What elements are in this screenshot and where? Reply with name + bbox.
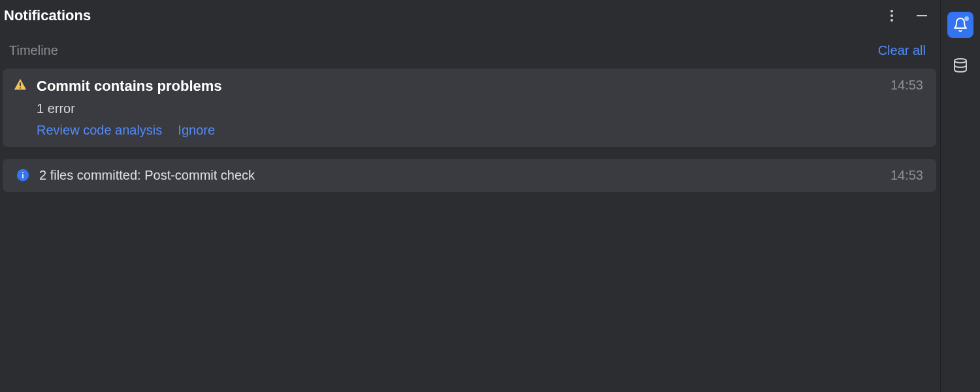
database-tool-button[interactable] bbox=[947, 52, 973, 78]
notification-time: 14:53 bbox=[890, 168, 923, 183]
notification-subtitle: 1 error bbox=[37, 101, 923, 116]
panel-title: Notifications bbox=[4, 7, 91, 24]
review-code-analysis-link[interactable]: Review code analysis bbox=[37, 123, 162, 138]
svg-point-2 bbox=[890, 19, 893, 22]
minimize-icon bbox=[916, 10, 928, 22]
kebab-icon bbox=[890, 10, 893, 22]
panel-header: Notifications bbox=[0, 0, 940, 30]
notifications-panel: Notifications Timeline Clear all bbox=[0, 0, 941, 392]
right-tool-rail bbox=[941, 0, 980, 392]
svg-rect-7 bbox=[22, 174, 24, 178]
more-options-button[interactable] bbox=[883, 7, 901, 25]
svg-rect-5 bbox=[20, 88, 21, 89]
svg-point-1 bbox=[890, 14, 893, 17]
panel-actions bbox=[883, 7, 931, 25]
database-icon bbox=[953, 57, 968, 73]
svg-point-0 bbox=[890, 10, 893, 12]
card-header-row: 2 files committed: Post-commit check 14:… bbox=[16, 168, 923, 183]
info-icon bbox=[16, 168, 30, 182]
section-header: Timeline Clear all bbox=[0, 30, 940, 66]
svg-rect-8 bbox=[22, 172, 24, 173]
notification-card[interactable]: Commit contains problems 14:53 1 error R… bbox=[3, 69, 936, 147]
ignore-link[interactable]: Ignore bbox=[178, 123, 215, 138]
notifications-tool-button[interactable] bbox=[947, 12, 973, 38]
notification-card[interactable]: 2 files committed: Post-commit check 14:… bbox=[3, 159, 936, 192]
warning-icon bbox=[13, 78, 27, 92]
svg-point-9 bbox=[955, 59, 966, 63]
notification-title: 2 files committed: Post-commit check bbox=[39, 168, 881, 183]
svg-rect-4 bbox=[20, 82, 21, 86]
minimize-button[interactable] bbox=[913, 7, 931, 25]
clear-all-link[interactable]: Clear all bbox=[878, 43, 926, 58]
notification-indicator-dot bbox=[964, 16, 969, 21]
card-header-row: Commit contains problems 14:53 bbox=[13, 78, 923, 95]
notification-time: 14:53 bbox=[890, 78, 923, 93]
svg-rect-3 bbox=[917, 15, 927, 16]
notification-title: Commit contains problems bbox=[37, 78, 881, 95]
notification-actions: Review code analysis Ignore bbox=[37, 123, 923, 138]
section-title: Timeline bbox=[9, 43, 58, 58]
